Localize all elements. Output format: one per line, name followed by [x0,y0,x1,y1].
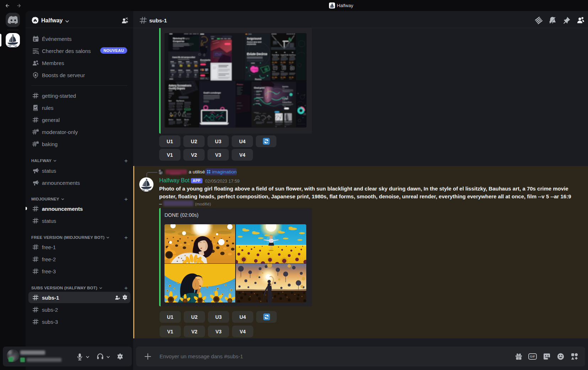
svg-text:Guctlly Depors: Guctlly Depors [169,87,185,90]
svg-text:Uvcrd Stivro: Uvcrd Stivro [170,109,174,109]
svg-text:Cwqaond Tvt Ulfc: Cwqaond Tvt Ulfc [281,54,288,56]
svg-text:Premios: Premios [237,84,243,85]
svg-text:Gearh's conclunger: Gearh's conclunger [204,92,221,94]
svg-text:Inverisles: Inverisles [282,86,288,87]
svg-text:Conperrive: Conperrive [173,40,184,42]
svg-text:656 - 8566: 656 - 8566 [272,77,277,78]
svg-text:656 - 8566: 656 - 8566 [281,62,286,63]
svg-text:Txrove Stiflcvm: Txrove Stiflcvm [272,54,279,56]
svg-text:Azanct Mo dal vantperonifled: Azanct Mo dal vantperonifled [172,57,195,58]
svg-text:Premics: Premics [255,79,261,80]
svg-text:Nrtlysocnst'cold: Nrtlysocnst'cold [285,121,292,123]
svg-text:Seigslound: Seigslound [247,37,261,40]
svg-text:Eviate Decirce: Eviate Decirce [247,52,268,56]
svg-text:Eyrio: Eyrio [169,100,172,102]
svg-text:656 - 8566: 656 - 8566 [281,77,286,78]
svg-text:Mvcrslers: Mvcrslers [169,119,173,120]
svg-text:Gleud gelrot: Gleud gelrot [254,87,265,89]
svg-text:656 - 8566: 656 - 8566 [272,62,277,63]
svg-text:Autang Socnaaleons: Autang Socnaaleons [169,84,191,87]
svg-text:Frimborien: Frimborien [254,112,259,113]
svg-text:Engr Sodrcwts: Engr Sodrcwts [177,100,184,102]
svg-text:Scrtlvr Telcvst: Scrtlvr Telcvst [289,54,296,56]
svg-text:Strace costatic: Strace costatic [210,120,215,121]
svg-text:enctienda: enctienda [247,43,256,45]
svg-text:Srundersto: Srundersto [178,109,182,109]
svg-text:Uvcrd Stivro: Uvcrd Stivro [185,109,190,110]
svg-text:656 - 856: 656 - 856 [289,62,293,63]
svg-text:In-gecls: In-gecls [282,98,288,100]
svg-text:Gwtsyrlat: Gwtsyrlat [177,119,181,120]
svg-text:656 - 856: 656 - 856 [289,77,293,78]
svg-text:Encrytterfine: Encrytterfine [200,59,211,61]
svg-text:Crishovi &Tcvm: Crishovi &Tcvm [282,102,292,103]
svg-text:Mbtwrtvn &Vtecs: Mbtwrtvn &Vtecs [275,121,283,123]
svg-text:Wbcrslers: Wbcrslers [184,119,189,120]
